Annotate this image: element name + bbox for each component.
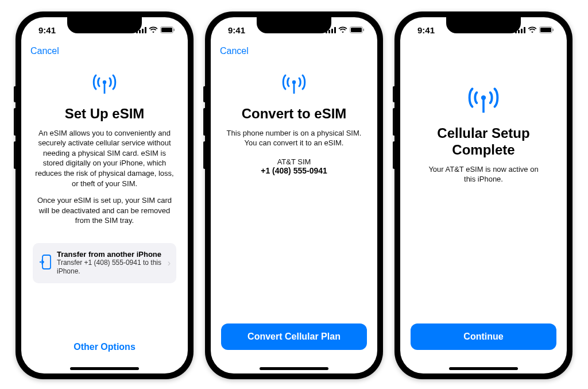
chevron-right-icon: › <box>168 258 171 268</box>
cellular-antenna-icon <box>91 72 118 98</box>
cancel-button[interactable]: Cancel <box>30 46 59 56</box>
phone-screen-2: 9:41 Cancel <box>211 17 377 373</box>
cancel-button[interactable]: Cancel <box>220 46 249 56</box>
svg-rect-25 <box>553 29 554 31</box>
transfer-text: Transfer from another iPhone Transfer +1… <box>57 250 162 276</box>
phone-screen-1: 9:41 Cancel <box>21 17 188 373</box>
cellular-antenna-icon <box>281 72 307 98</box>
svg-rect-18 <box>293 82 295 94</box>
status-indicators <box>326 26 365 33</box>
phone-frame-3: 9:41 <box>394 11 572 379</box>
sim-carrier-label: AT&T SIM <box>277 157 311 166</box>
svg-rect-8 <box>104 82 106 94</box>
battery-icon <box>539 26 554 33</box>
svg-rect-5 <box>161 28 172 32</box>
status-indicators <box>515 26 554 33</box>
svg-rect-1 <box>139 30 141 33</box>
transfer-device-icon <box>40 255 51 272</box>
bottom-bar: Continue <box>400 323 567 367</box>
status-indicators <box>136 26 175 33</box>
notch <box>257 17 331 33</box>
svg-rect-16 <box>363 29 365 31</box>
wifi-icon <box>338 26 347 33</box>
svg-rect-2 <box>142 29 144 33</box>
phone-frame-2: 9:41 Cancel <box>205 11 383 379</box>
svg-rect-12 <box>331 29 333 33</box>
content-area: Convert to eSIM This phone number is on … <box>211 60 377 323</box>
svg-rect-15 <box>351 28 362 32</box>
svg-rect-6 <box>174 29 175 31</box>
transfer-from-iphone-card[interactable]: Transfer from another iPhone Transfer +1… <box>33 243 176 283</box>
description-paragraph-1: An eSIM allows you to conveniently and s… <box>33 128 176 188</box>
other-options-button[interactable]: Other Options <box>32 330 177 359</box>
cellular-antenna-icon <box>466 85 501 117</box>
svg-rect-3 <box>145 27 146 33</box>
svg-rect-13 <box>334 27 336 33</box>
status-time: 9:41 <box>228 25 245 35</box>
phone-frame-1: 9:41 Cancel <box>16 11 194 379</box>
continue-button[interactable]: Continue <box>411 323 556 350</box>
svg-rect-20 <box>518 30 520 33</box>
status-time: 9:41 <box>417 25 435 35</box>
description-paragraph: This phone number is on a physical SIM. … <box>222 128 366 148</box>
svg-rect-11 <box>328 30 330 33</box>
battery-icon <box>160 26 175 33</box>
content-area: Set Up eSIM An eSIM allows you to conven… <box>21 60 188 330</box>
svg-rect-21 <box>521 29 523 33</box>
transfer-subtitle: Transfer +1 (408) 555-0941 to this iPhon… <box>57 259 162 276</box>
page-title: Set Up eSIM <box>65 106 145 122</box>
battery-icon <box>350 26 365 33</box>
phone-screen-3: 9:41 <box>400 17 567 373</box>
svg-rect-27 <box>482 98 485 113</box>
nav-bar <box>400 43 567 60</box>
home-indicator[interactable] <box>70 367 139 370</box>
wifi-icon <box>149 26 158 33</box>
bottom-bar: Convert Cellular Plan <box>211 323 377 367</box>
phone-number-label: +1 (408) 555-0941 <box>261 166 327 175</box>
svg-rect-22 <box>524 27 525 33</box>
wifi-icon <box>528 26 537 33</box>
nav-bar: Cancel <box>21 43 188 60</box>
bottom-bar: Other Options <box>21 330 188 367</box>
nav-bar: Cancel <box>211 43 377 60</box>
notch <box>67 17 142 33</box>
notch <box>446 17 521 33</box>
description-paragraph: Your AT&T eSIM is now active on this iPh… <box>412 164 555 184</box>
status-time: 9:41 <box>38 25 56 35</box>
transfer-title: Transfer from another iPhone <box>57 250 162 259</box>
home-indicator[interactable] <box>449 367 518 370</box>
content-area: Cellular Setup Complete Your AT&T eSIM i… <box>400 60 567 323</box>
description-paragraph-2: Once your eSIM is set up, your SIM card … <box>33 195 176 226</box>
convert-plan-button[interactable]: Convert Cellular Plan <box>221 323 367 350</box>
page-title: Convert to eSIM <box>242 106 347 122</box>
page-title: Cellular Setup Complete <box>412 125 555 159</box>
svg-rect-24 <box>540 28 551 32</box>
home-indicator[interactable] <box>260 367 328 370</box>
